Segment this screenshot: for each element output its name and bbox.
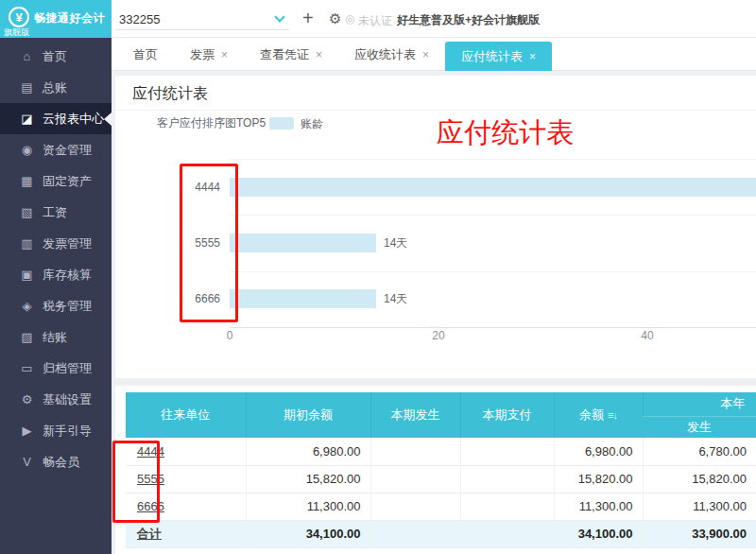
- tab-view-voucher[interactable]: 查看凭证×: [244, 38, 338, 71]
- sidebar-item-label: 新手引导: [43, 423, 92, 440]
- year-incurred-cell: 15,820.00: [643, 465, 756, 493]
- table-body: 44446,980.006,980.006,780.00555515,820.0…: [126, 438, 756, 547]
- counterparty-cell: 6666: [126, 493, 246, 520]
- brand-name: 畅捷通好会计: [34, 10, 105, 26]
- counterparty-link[interactable]: 5555: [137, 472, 164, 486]
- current-paid-cell: [460, 465, 554, 493]
- closing-icon: ▨: [19, 330, 35, 344]
- sidebar-item-home[interactable]: ⌂首页: [0, 41, 112, 72]
- report-center-icon: ◪: [19, 112, 35, 126]
- x-axis-line: [230, 327, 756, 328]
- tax-icon: ◈: [19, 299, 35, 313]
- sidebar-item-label: 资金管理: [43, 142, 92, 159]
- sidebar-item-label: 结账: [43, 329, 67, 346]
- sidebar-item-label: 畅会员: [43, 454, 79, 471]
- header-opening-balance: 期初余额: [246, 392, 370, 438]
- inventory-icon: ▣: [19, 268, 35, 282]
- legend-label[interactable]: 账龄: [301, 116, 323, 132]
- sidebar-item-label: 固定资产: [43, 173, 92, 190]
- opening-balance-cell: 15,820.00: [246, 465, 370, 493]
- brand-logo: ¥ 畅捷通好会计 旗舰版: [0, 0, 112, 38]
- sidebar-item-invoice-mgmt[interactable]: ▥发票管理: [0, 228, 112, 259]
- bar-value-label: 14天: [384, 291, 407, 306]
- counterparty-link[interactable]: 6666: [137, 499, 164, 513]
- opening-balance-cell: 11,300.00: [246, 493, 370, 520]
- header-balance-label: 余额: [579, 407, 604, 422]
- sidebar-item-general-ledger[interactable]: ▤总账: [0, 72, 112, 103]
- counterparty-cell: 合计: [126, 520, 246, 547]
- balance-cell: 11,300.00: [554, 493, 643, 520]
- table-row: 555515,820.0015,820.0015,820.00: [126, 465, 756, 493]
- sidebar-menu: ⌂首页▤总账◪云报表中心◉资金管理▦固定资产▧工资▥发票管理▣库存核算◈税务管理…: [0, 38, 112, 554]
- header-balance: 余额≡↓: [554, 392, 643, 438]
- total-link[interactable]: 合计: [137, 527, 162, 541]
- header-counterparty: 往来单位: [126, 392, 246, 438]
- sidebar-item-label: 工资: [43, 204, 67, 221]
- year-incurred-cell: 11,300.00: [643, 493, 756, 520]
- tab-invoice[interactable]: 发票×: [174, 38, 244, 71]
- sidebar-item-member[interactable]: V畅会员: [0, 446, 112, 477]
- sidebar-item-settings[interactable]: ⚙基础设置: [0, 384, 112, 415]
- sidebar-item-label: 发票管理: [43, 235, 92, 252]
- close-icon[interactable]: ×: [529, 50, 536, 63]
- balance-cell: 15,820.00: [554, 465, 643, 493]
- tab-payable-stats[interactable]: 应付统计表×: [445, 42, 552, 71]
- sidebar-item-label: 库存核算: [43, 267, 92, 284]
- category-label: 4444: [126, 180, 220, 195]
- balance-cell: 34,100.00: [554, 520, 643, 547]
- tab-home[interactable]: 首页: [117, 38, 174, 71]
- funds-icon: ◉: [19, 143, 35, 157]
- current-paid-cell: [460, 438, 554, 465]
- sidebar-item-tax[interactable]: ◈税务管理: [0, 290, 112, 321]
- gear-icon[interactable]: ⚙: [329, 10, 341, 27]
- x-axis-tick: 40: [633, 329, 662, 342]
- sort-icon[interactable]: ≡↓: [608, 409, 617, 421]
- current-paid-cell: [460, 520, 554, 547]
- sidebar-item-closing[interactable]: ▨结账: [0, 321, 112, 353]
- product-name: 好生意普及版+好会计旗舰版: [397, 12, 540, 28]
- bar-5555[interactable]: [230, 234, 376, 252]
- sidebar-item-label: 总账: [43, 79, 67, 96]
- sidebar-item-funds[interactable]: ◉资金管理: [0, 134, 112, 165]
- bar-4444[interactable]: [230, 178, 756, 197]
- account-selector[interactable]: 332255: [115, 0, 289, 37]
- topbar: 332255 + ⚙ ◎ 未认证 好生意普及版+好会计旗舰版: [112, 0, 756, 38]
- table-row: 666611,300.0011,300.0011,300.00: [126, 493, 756, 520]
- sidebar-item-archive[interactable]: ▭归档管理: [0, 353, 112, 384]
- add-account-icon[interactable]: +: [302, 8, 314, 29]
- current-incurred-cell: [370, 438, 460, 465]
- close-icon[interactable]: ×: [221, 48, 228, 61]
- account-value: 332255: [119, 12, 160, 26]
- certification-icon: ◎: [345, 12, 354, 26]
- bar-6666[interactable]: [230, 289, 376, 308]
- table-header: 往来单位 期初余额 本期发生 本期支付 余额≡↓ 本年 发生: [126, 392, 756, 438]
- x-axis-tick: 20: [424, 329, 453, 342]
- current-incurred-cell: [370, 493, 460, 520]
- sidebar-item-guide[interactable]: ▶新手引导: [0, 415, 112, 446]
- sidebar-item-label: 云报表中心: [43, 111, 104, 128]
- sidebar-item-inventory[interactable]: ▣库存核算: [0, 259, 112, 290]
- settings-icon: ⚙: [19, 392, 35, 407]
- invoice-icon: ▥: [19, 236, 35, 251]
- header-year-incurred: 发生: [643, 416, 756, 438]
- close-icon[interactable]: ×: [422, 48, 429, 61]
- current-incurred-cell: [370, 520, 460, 547]
- year-incurred-cell: 6,780.00: [643, 438, 756, 465]
- legend-swatch[interactable]: [269, 117, 294, 130]
- ledger-icon: ▤: [19, 80, 35, 95]
- tab-receivable-stats[interactable]: 应收统计表×: [338, 38, 445, 71]
- chevron-down-icon[interactable]: [274, 11, 284, 22]
- sidebar-item-payroll[interactable]: ▧工资: [0, 197, 112, 228]
- sidebar-item-fixed-assets[interactable]: ▦固定资产: [0, 165, 112, 197]
- sidebar-item-cloud-report-center[interactable]: ◪云报表中心: [0, 103, 112, 134]
- balance-cell: 6,980.00: [554, 438, 643, 465]
- counterparty-link[interactable]: 4444: [137, 444, 164, 459]
- bar-value-label: 14天: [384, 235, 407, 251]
- home-icon: ⌂: [19, 49, 35, 63]
- current-incurred-cell: [370, 465, 460, 493]
- close-icon[interactable]: ×: [316, 48, 322, 61]
- sidebar-item-label: 归档管理: [43, 360, 92, 377]
- grid-line: [230, 271, 756, 272]
- sidebar-item-label: 基础设置: [43, 391, 92, 408]
- cloud-yuan-logo-icon: ¥: [9, 7, 29, 27]
